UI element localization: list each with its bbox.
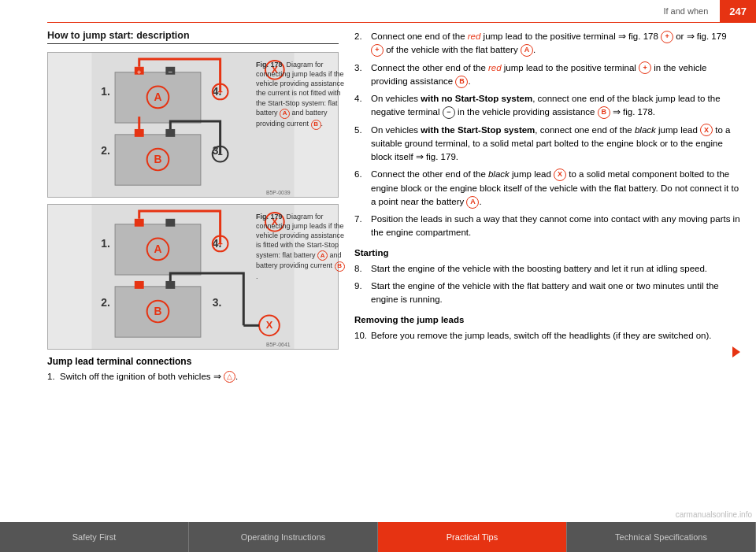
svg-text:A: A [154,243,161,255]
bottom-nav: Safety First Operating Instructions Prac… [0,522,756,552]
step2: 2. Connect one end of the red jump lead … [354,30,740,57]
svg-rect-38 [165,281,175,289]
svg-text:1.: 1. [101,85,110,98]
step5: 5. On vehicles with the Start-Stop syste… [354,124,740,165]
svg-text:−: − [217,150,222,159]
step1-text: 1. Switch off the ignition of both vehic… [47,370,339,383]
svg-text:B5P-0039: B5P-0039 [266,190,291,195]
svg-text:−: − [168,68,172,76]
step8: 8. Start the engine of the vehicle with … [354,262,740,276]
svg-text:+: + [137,68,142,76]
step3: 3. Connect the other end of the red jump… [354,61,740,89]
svg-rect-37 [135,281,144,289]
fig178-caption: Fig. 178 Diagram for connecting jump lea… [256,60,346,130]
page-number: 247 [720,0,756,22]
left-column: How to jump start: description 1. 2. 3. … [47,30,339,513]
svg-text:+: + [217,87,222,96]
svg-rect-15 [135,129,144,137]
step7: 7. Position the leads in such a way that… [354,213,740,240]
step4: 4. On vehicles with no Start-Stop system… [354,92,740,120]
section-name: If and when [651,0,720,22]
section-title: How to jump start: description [47,30,339,44]
svg-text:B: B [154,153,161,165]
svg-rect-33 [165,219,175,227]
starting-title: Starting [354,246,740,260]
svg-text:A: A [154,91,161,103]
svg-text:B5P-0641: B5P-0641 [266,342,291,347]
svg-rect-32 [135,219,144,227]
right-column: 2. Connect one end of the red jump lead … [354,30,740,513]
arrow-icon [732,346,740,358]
header: If and when 247 [0,0,756,22]
continue-arrow [354,346,740,358]
svg-rect-16 [165,129,175,137]
nav-safety-first[interactable]: Safety First [0,522,189,552]
starting-list: 8. Start the engine of the vehicle with … [354,262,740,307]
steps-list: 2. Connect one end of the red jump lead … [354,30,740,240]
svg-text:3.: 3. [213,296,222,309]
removing-title: Removing the jump leads [354,313,740,327]
svg-text:2.: 2. [101,144,110,157]
fig179-caption: Fig. 179 Diagram for connecting jump lea… [256,212,346,282]
nav-operating-instructions[interactable]: Operating Instructions [189,522,378,552]
svg-text:B: B [154,305,161,317]
svg-text:1.: 1. [101,237,110,250]
fig178-container: 1. 2. 3. 4. X + − [47,52,339,198]
svg-text:2.: 2. [101,296,110,309]
step10: 10. Before you remove the jump leads, sw… [354,329,740,343]
fig179-container: 1. 2. 3. 4. X A [47,204,339,350]
nav-technical-specifications[interactable]: Technical Specifications [567,522,756,552]
nav-practical-tips[interactable]: Practical Tips [378,522,567,552]
svg-text:X: X [266,319,273,331]
watermark: carmanualsonline.info [676,510,752,519]
svg-text:+: + [217,239,222,248]
terminal-title: Jump lead terminal connections [47,356,339,367]
main-content: How to jump start: description 1. 2. 3. … [47,30,740,513]
step6: 6. Connect the other end of the black ju… [354,168,740,209]
removing-list: 10. Before you remove the jump leads, sw… [354,329,740,343]
step9: 9. Start the engine of the vehicle with … [354,280,740,307]
header-line [47,22,756,23]
